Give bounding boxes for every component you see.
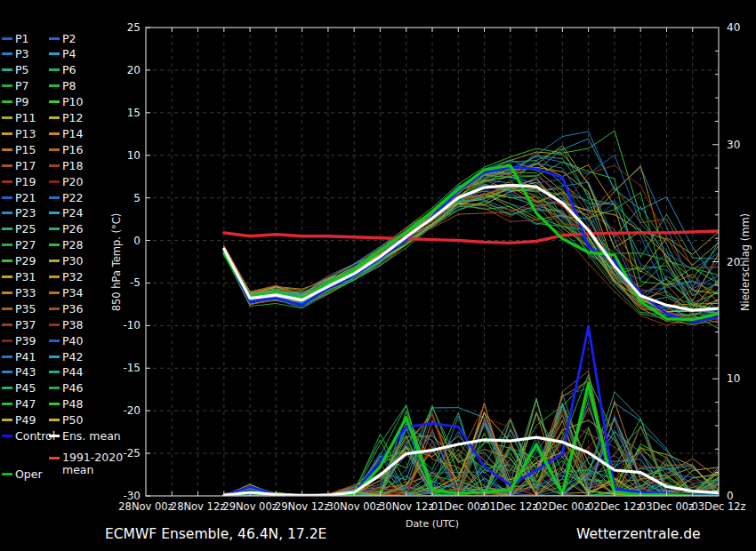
legend-item-P34-label: P34: [62, 286, 83, 299]
legend-item-P31-label: P31: [15, 270, 36, 283]
legend-item-P26: P26: [49, 223, 83, 236]
legend-item-P34: P34: [49, 286, 83, 299]
legend-item-P36-swatch: [49, 307, 60, 310]
legend-item-P50-label: P50: [62, 413, 83, 427]
legend-item-P5-swatch: [2, 68, 12, 71]
legend-item-P1: P1: [2, 32, 29, 44]
legend-item-P12-label: P12: [62, 111, 83, 124]
legend-item-P31-swatch: [2, 276, 12, 278]
legend-item-P22-label: P22: [62, 191, 83, 204]
legend-item-P19-label: P19: [15, 175, 36, 188]
legend-item-P29-label: P29: [15, 254, 36, 268]
site-caption: Wetterzentrale.de: [576, 526, 701, 542]
legend-item-P21-label: P21: [15, 191, 36, 204]
legend-item-P8-label: P8: [62, 79, 76, 92]
legend-item-P9-label: P9: [15, 95, 29, 108]
legend-item-P6: P6: [49, 64, 76, 76]
legend-item-P4-swatch: [49, 52, 60, 55]
legend-item-P27-swatch: [2, 244, 12, 246]
legend-item-P32: P32: [49, 271, 83, 283]
legend-item-P37-swatch: [2, 323, 12, 326]
legend-item-P5: P5: [2, 64, 29, 76]
legend-item-P22-swatch: [49, 196, 60, 199]
legend-item-P45-label: P45: [15, 381, 36, 395]
legend-item-P46: P46: [49, 382, 83, 395]
legend-item-P38-label: P38: [62, 318, 83, 331]
legend-item-P43: P43: [2, 366, 36, 379]
legend-item-ens-mean-swatch: [49, 435, 60, 437]
legend-item-P37: P37: [2, 318, 36, 331]
legend-item-ens-mean: Ens. mean: [49, 430, 121, 443]
legend-item-P45-swatch: [2, 387, 12, 389]
legend-item-P50-swatch: [49, 419, 60, 421]
legend-item-P20-label: P20: [62, 175, 83, 188]
legend-item-P26-swatch: [49, 228, 60, 230]
legend-item-P17-swatch: [2, 164, 12, 167]
legend-item-P20: P20: [49, 175, 83, 188]
legend-item-P32-label: P32: [62, 270, 83, 283]
legend-item-P39-label: P39: [15, 334, 36, 347]
legend-item-P50: P50: [49, 414, 83, 427]
legend-item-P48-swatch: [49, 403, 60, 405]
x-tick-4: 30Nov 00z: [326, 500, 381, 513]
legend-item-P3-label: P3: [15, 47, 29, 60]
legend-item-P6-swatch: [49, 68, 60, 71]
legend-item-P7-swatch: [2, 84, 12, 87]
legend-item-P6-label: P6: [62, 63, 76, 76]
legend-item-P19-swatch: [2, 180, 12, 183]
right-axis-title: Niederschlag (mm): [739, 213, 752, 311]
x-tick-3: 29Nov 12z: [275, 500, 329, 513]
legend-item-P24-swatch: [49, 212, 60, 214]
legend-item-P35-swatch: [2, 307, 12, 310]
legend-item-P18-swatch: [49, 164, 60, 167]
legend-item-P14-swatch: [49, 132, 60, 135]
legend-item-P11-swatch: [2, 116, 12, 119]
legend-item-P21: P21: [2, 191, 36, 204]
legend-item-P45: P45: [2, 382, 36, 395]
right-tick-40: 40: [727, 21, 740, 34]
legend-item-P28-label: P28: [62, 238, 83, 252]
legend-item-P25-label: P25: [15, 222, 36, 236]
legend-item-P25: P25: [2, 223, 36, 236]
legend-item-P14-label: P14: [62, 127, 83, 140]
legend-item-P48-label: P48: [62, 397, 83, 411]
legend-item-P44-label: P44: [62, 365, 83, 379]
legend-item-P30: P30: [49, 255, 83, 268]
legend-item-P39-swatch: [2, 339, 12, 342]
legend-item-P41-label: P41: [15, 350, 36, 363]
legend-item-P1-label: P1: [15, 32, 29, 45]
legend-item-P13: P13: [2, 127, 36, 140]
legend-item-P24: P24: [49, 207, 83, 220]
legend-item-P11: P11: [2, 112, 36, 124]
legend-item-P36-label: P36: [62, 302, 83, 315]
right-tick-30: 30: [727, 139, 740, 151]
legend-item-P17: P17: [2, 159, 36, 172]
legend-item-P15: P15: [2, 143, 36, 156]
legend-item-P49: P49: [2, 414, 36, 427]
legend-item-ens-mean-label: Ens. mean: [62, 429, 121, 443]
legend-item-P42-label: P42: [62, 350, 83, 363]
legend-item-P19: P19: [2, 175, 36, 188]
legend-item-P42-swatch: [49, 355, 60, 358]
legend-item-P31: P31: [2, 271, 36, 283]
legend-item-P47-swatch: [2, 403, 12, 405]
legend-item-P33: P33: [2, 286, 36, 299]
legend-item-P48: P48: [49, 398, 83, 411]
legend-item-P2-label: P2: [62, 32, 76, 45]
legend-item-P36: P36: [49, 302, 83, 315]
legend-item-P25-swatch: [2, 228, 12, 230]
legend-item-P18: P18: [49, 159, 83, 172]
legend-item-P49-label: P49: [15, 413, 36, 427]
legend-item-P40-label: P40: [62, 334, 83, 347]
legend-item-P33-label: P33: [15, 286, 36, 299]
legend-item-P24-label: P24: [62, 206, 83, 220]
legend-item-P3: P3: [2, 48, 29, 60]
legend-item-clim-mean-label: 1991-2020 mean: [62, 451, 123, 475]
x-tick-8: 02Dec 00z: [535, 500, 590, 513]
legend-item-P41: P41: [2, 350, 36, 363]
legend-item-P8-swatch: [49, 84, 60, 87]
legend-item-P34-swatch: [49, 291, 60, 294]
legend-item-clim-mean: 1991-2020 mean: [49, 451, 123, 475]
legend-item-P2: P2: [49, 32, 76, 44]
legend-item-oper: Oper: [2, 467, 43, 480]
